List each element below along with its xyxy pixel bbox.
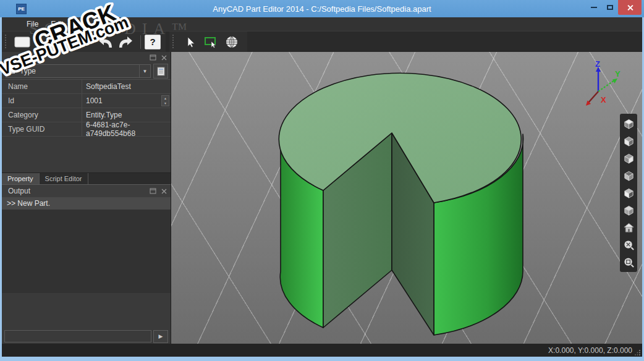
type-icon	[9, 67, 17, 75]
view-cube-back-icon[interactable]	[622, 169, 635, 182]
property-row-name[interactable]: Name SoftpediaTest	[2, 80, 171, 94]
status-bar: X:0.000, Y:0.000, Z:0.000	[2, 344, 642, 357]
panel-tab-bar: Property Script Editor	[2, 172, 171, 184]
menu-bar: SOFTPEDIA™ File Edit Help	[2, 17, 642, 31]
property-value[interactable]: Entity.Type	[82, 108, 171, 122]
spinner-down-icon[interactable]: ▼	[164, 102, 167, 105]
property-label: Type GUID	[2, 122, 82, 136]
view-cube-left-icon[interactable]	[622, 187, 635, 199]
app-window: PE AnyCAD Part Editor 2014 - C:/Softpedi…	[0, 0, 644, 361]
close-button[interactable]	[618, 0, 642, 15]
spinner-up-icon[interactable]: ▲	[164, 97, 167, 100]
property-grid: Name SoftpediaTest Id 1001 ▲ ▼ Category	[2, 79, 171, 137]
view-cube-front-icon[interactable]	[622, 152, 635, 164]
axis-z-label: Z	[595, 59, 600, 69]
softpedia-ghost-watermark: SOFTPEDIA™	[29, 20, 193, 38]
render-mode-button[interactable]	[222, 33, 241, 51]
property-value[interactable]: 1001 ▲ ▼	[82, 94, 171, 108]
property-sheet-icon	[157, 67, 165, 76]
property-sheet-button[interactable]	[153, 64, 168, 79]
command-row: ▶	[2, 329, 171, 344]
panel-empty-space	[2, 137, 171, 172]
command-input[interactable]	[4, 330, 151, 342]
output-console: >> New Part.	[2, 197, 171, 293]
property-panel: Type ▼ Name SoftpediaTest Id	[2, 52, 171, 344]
window-title: AnyCAD Part Editor 2014 - C:/Softpedia F…	[0, 4, 644, 14]
viewport-3d[interactable]: Z Y X	[171, 52, 642, 344]
toolbar-gripper[interactable]	[4, 35, 7, 49]
entity-type-dropdown[interactable]: Type ▼	[6, 64, 151, 78]
maximize-button[interactable]	[602, 0, 618, 15]
view-cube-iso-icon[interactable]	[622, 204, 635, 216]
property-label: Category	[2, 108, 82, 122]
property-panel-header	[2, 52, 171, 63]
property-value[interactable]: 6-4681-ac7e-a749db554b68	[82, 122, 171, 136]
tab-property[interactable]: Property	[2, 173, 40, 184]
rectangle-select-icon	[203, 36, 218, 48]
property-value[interactable]: SoftpediaTest	[82, 80, 171, 93]
output-line[interactable]: >> New Part.	[2, 197, 171, 210]
axis-triad: Z Y X	[577, 59, 621, 111]
close-icon	[627, 4, 633, 11]
float-panel-icon[interactable]	[150, 54, 156, 61]
id-spinner[interactable]: ▲ ▼	[161, 95, 169, 106]
property-row-id[interactable]: Id 1001 ▲ ▼	[2, 94, 171, 108]
float-panel-icon[interactable]	[150, 188, 156, 194]
property-label: Name	[2, 80, 82, 93]
rectangle-select-button[interactable]	[201, 33, 220, 51]
output-empty-area	[2, 293, 171, 329]
panel-close-icon[interactable]	[161, 55, 167, 61]
property-label: Id	[2, 94, 82, 108]
new-document-icon	[14, 36, 30, 48]
output-title: Output	[8, 187, 30, 195]
property-row-type-guid[interactable]: Type GUID 6-4681-ac7e-a749db554b68	[2, 122, 171, 137]
minimize-button[interactable]	[586, 0, 602, 15]
axis-y-label: Y	[615, 69, 621, 79]
view-cube-top-icon[interactable]	[622, 117, 635, 130]
run-command-button[interactable]: ▶	[153, 330, 168, 343]
coordinate-readout: X:0.000, Y:0.000, Z:0.000	[548, 346, 632, 355]
model-cylinder-wedge[interactable]	[171, 52, 642, 344]
dropdown-value: Type	[17, 67, 139, 75]
minimize-icon	[591, 7, 597, 8]
axis-x-label: X	[601, 95, 606, 104]
output-panel-header: Output	[2, 184, 171, 197]
view-toolbar	[620, 114, 637, 272]
dropdown-arrow-icon[interactable]: ▼	[139, 65, 150, 77]
tab-script-editor[interactable]: Script Editor	[40, 173, 88, 184]
render-sphere-icon	[225, 35, 239, 49]
title-bar: PE AnyCAD Part Editor 2014 - C:/Softpedi…	[0, 0, 644, 17]
resize-grip[interactable]	[635, 349, 641, 355]
zoom-window-icon[interactable]	[622, 256, 635, 268]
zoom-extents-icon[interactable]	[622, 239, 635, 251]
id-value: 1001	[86, 96, 103, 105]
panel-close-icon[interactable]	[161, 189, 167, 194]
maximize-icon	[607, 5, 613, 10]
home-view-icon[interactable]	[622, 221, 635, 234]
view-cube-bottom-icon[interactable]	[622, 135, 635, 147]
